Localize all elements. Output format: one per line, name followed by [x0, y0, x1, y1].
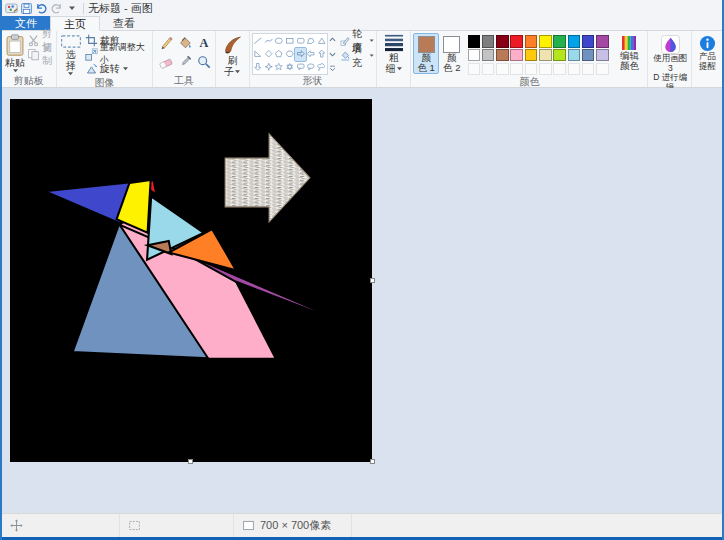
rounded-callout-shape-button[interactable] — [295, 61, 306, 74]
shapes-scrollbar — [329, 33, 337, 75]
picker-tool-button[interactable] — [176, 53, 194, 71]
color1-button[interactable]: 颜 色 1 — [413, 33, 439, 74]
fill-label: 填充 — [352, 42, 367, 70]
right-arrow-shape-button[interactable] — [295, 48, 306, 61]
shapes-group-label: 形状 — [250, 75, 376, 87]
copy-button[interactable]: 复制 — [27, 47, 55, 61]
palette-swatch[interactable] — [553, 49, 566, 62]
colors-group-label: 颜色 — [411, 76, 647, 87]
group-size: 粗 细 — [377, 31, 412, 87]
eraser-tool-button[interactable] — [157, 53, 175, 71]
line-shape-button[interactable] — [253, 35, 264, 48]
color2-button[interactable]: 颜 色 2 — [439, 33, 465, 74]
shapes-scroll-up-icon[interactable] — [329, 33, 337, 46]
palette-swatch[interactable] — [539, 49, 552, 62]
outline-dropdown-icon — [369, 38, 374, 43]
drawing-canvas[interactable] — [10, 99, 372, 462]
group-image: 选 择 裁剪 重新调整大小 旋转 — [57, 31, 153, 87]
select-button[interactable]: 选 择 — [59, 33, 83, 77]
five-point-star-shape-button[interactable] — [274, 61, 285, 74]
oval-callout-shape-button[interactable] — [306, 61, 317, 74]
paste-label: 粘贴 — [5, 58, 25, 68]
right-triangle-shape-button[interactable] — [253, 48, 264, 61]
six-point-star-shape-button[interactable] — [284, 61, 295, 74]
size-dropdown-icon — [396, 66, 403, 71]
statusbar-spacer — [352, 514, 722, 537]
product-alerts-button[interactable]: 产品 提醒 — [694, 33, 721, 71]
paint3d-button[interactable]: 使用画图 3 D 进行编辑 — [650, 33, 690, 92]
palette-swatch[interactable] — [582, 49, 595, 62]
canvas-size-text: 700 × 700像素 — [260, 518, 331, 533]
brushes-dropdown-icon — [234, 69, 241, 74]
down-arrow-shape-button[interactable] — [253, 61, 264, 74]
curve-shape-button[interactable] — [263, 35, 274, 48]
palette-swatch[interactable] — [596, 49, 609, 62]
palette-swatch[interactable] — [468, 35, 481, 48]
up-arrow-shape-button[interactable] — [316, 48, 327, 61]
pentagon-shape-button[interactable] — [274, 48, 285, 61]
alerts-label-2: 提醒 — [699, 62, 716, 72]
color2-label-2: 色 2 — [443, 63, 460, 73]
quick-access-dropdown-icon[interactable] — [68, 4, 76, 12]
copy-label: 复制 — [42, 41, 55, 67]
rectangle-shape-button[interactable] — [284, 35, 295, 48]
brushes-button[interactable]: 刷 子 — [220, 33, 245, 78]
pencil-tool-button[interactable] — [157, 34, 175, 52]
ribbon: 粘贴 剪切 复制 剪贴板 — [2, 31, 722, 88]
selection-size-icon — [128, 519, 146, 532]
palette-swatch[interactable] — [525, 49, 538, 62]
palette-swatch[interactable] — [525, 35, 538, 48]
palette-empty-slot — [596, 63, 609, 76]
text-tool-button[interactable]: A — [195, 34, 213, 52]
palette-swatch[interactable] — [510, 49, 523, 62]
palette-swatch[interactable] — [482, 35, 495, 48]
palette-swatch[interactable] — [582, 35, 595, 48]
palette-swatch[interactable] — [468, 49, 481, 62]
palette-swatch[interactable] — [510, 35, 523, 48]
size-button[interactable]: 粗 细 — [382, 33, 406, 75]
magnifier-tool-button[interactable] — [195, 53, 213, 71]
triangle-shape-button[interactable] — [316, 35, 327, 48]
tab-view[interactable]: 查看 — [100, 16, 148, 30]
palette-empty-slot — [496, 63, 509, 76]
hexagon-shape-button[interactable] — [284, 48, 295, 61]
palette-swatch[interactable] — [496, 49, 509, 62]
palette-swatch[interactable] — [568, 49, 581, 62]
edit-colors-button[interactable]: 编辑 颜色 — [613, 33, 647, 71]
rounded-rectangle-shape-button[interactable] — [295, 35, 306, 48]
paint-app-icon — [5, 2, 18, 15]
polygon-shape-button[interactable] — [306, 35, 317, 48]
canvas-resize-handle-right[interactable] — [370, 278, 375, 283]
image-group-label: 图像 — [57, 77, 152, 88]
shapes-more-icon[interactable] — [329, 62, 337, 75]
save-icon[interactable] — [20, 2, 33, 15]
palette-swatch[interactable] — [568, 35, 581, 48]
paste-dropdown-icon — [12, 68, 19, 73]
fill-tool-button[interactable] — [176, 34, 194, 52]
palette-swatch[interactable] — [553, 35, 566, 48]
oval-shape-button[interactable] — [274, 35, 285, 48]
resize-button[interactable]: 重新调整大小 — [85, 47, 151, 61]
palette-swatch[interactable] — [596, 35, 609, 48]
four-point-star-shape-button[interactable] — [263, 61, 274, 74]
cut-scissors-icon — [27, 34, 40, 47]
rotate-button[interactable]: 旋转 — [85, 61, 151, 75]
selection-size-field — [120, 514, 234, 537]
shape-fill-button[interactable]: 填充 — [340, 48, 375, 63]
palette-swatch[interactable] — [482, 49, 495, 62]
diamond-shape-button[interactable] — [263, 48, 274, 61]
canvas-resize-handle-bottom[interactable] — [188, 459, 193, 464]
tab-home[interactable]: 主页 — [50, 16, 100, 31]
paste-button[interactable]: 粘贴 — [4, 33, 26, 74]
size-label-2: 细 — [386, 64, 396, 74]
canvas-resize-handle-corner[interactable] — [370, 459, 375, 464]
crop-icon — [85, 34, 98, 47]
left-arrow-shape-button[interactable] — [306, 48, 317, 61]
canvas-drawing — [10, 99, 372, 462]
shapes-scroll-down-icon[interactable] — [329, 48, 337, 61]
color-palette — [468, 35, 611, 76]
palette-swatch[interactable] — [539, 35, 552, 48]
cloud-callout-shape-button[interactable] — [316, 61, 327, 74]
undo-icon[interactable] — [35, 2, 48, 15]
palette-swatch[interactable] — [496, 35, 509, 48]
